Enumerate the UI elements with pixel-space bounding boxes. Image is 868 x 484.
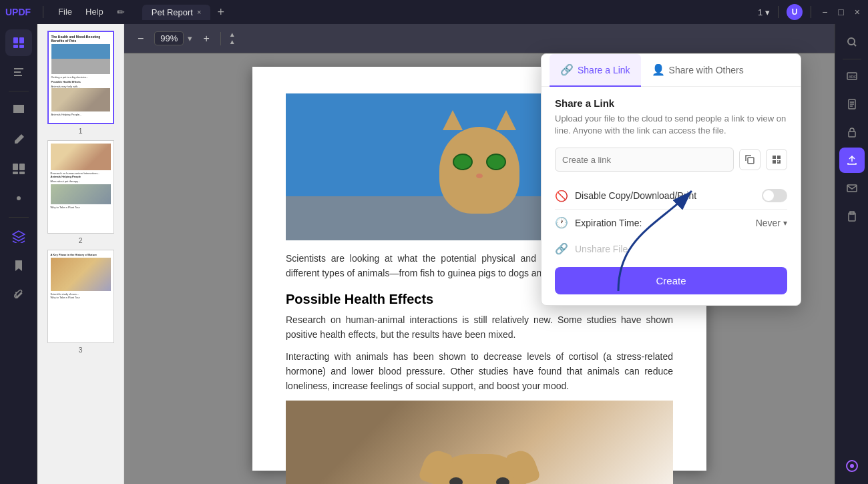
- scroll-up-btn2[interactable]: ▲: [229, 39, 236, 45]
- thumbnail-2[interactable]: Research on human-animal interactions...…: [47, 140, 114, 244]
- share-link-input[interactable]: [555, 148, 734, 172]
- expiry-selector[interactable]: Never ▾: [756, 218, 787, 228]
- app-logo: UPDF: [5, 7, 31, 17]
- menu-help[interactable]: Help: [80, 5, 109, 19]
- svg-rect-14: [779, 160, 781, 164]
- tab-close-btn[interactable]: ×: [197, 8, 201, 16]
- expiry-value-text: Never: [756, 218, 781, 228]
- new-tab-btn[interactable]: +: [213, 5, 228, 19]
- share-tab-others[interactable]: 👤 Share with Others: [641, 54, 754, 87]
- zoom-out-btn[interactable]: −: [135, 30, 146, 47]
- share-tab-link[interactable]: 🔗 Share a Link: [550, 54, 641, 87]
- titlebar-sep3: [811, 6, 811, 18]
- svg-rect-15: [777, 162, 779, 164]
- tab-pet-report[interactable]: Pet Report ×: [142, 5, 211, 20]
- right-clipboard-btn[interactable]: [839, 204, 865, 229]
- sidebar-icon-bookmark[interactable]: [5, 252, 32, 279]
- create-link-btn[interactable]: Create: [555, 267, 787, 294]
- sidebar-icon-text[interactable]: [5, 59, 32, 85]
- disable-copy-toggle[interactable]: [762, 189, 787, 202]
- share-body: Share a Link Upload your file to the clo…: [541, 87, 801, 305]
- right-share-btn[interactable]: [839, 148, 865, 173]
- link-tab-icon: 🔗: [560, 63, 574, 76]
- scroll-btns: ▲ ▲: [229, 31, 236, 45]
- expiry-chevron-icon: ▾: [783, 218, 787, 228]
- disable-copy-label: Disable Copy/Download/Print: [575, 190, 755, 201]
- scroll-up-btn[interactable]: ▲: [229, 31, 236, 38]
- thumb-num-1: 1: [78, 127, 82, 135]
- svg-rect-3: [19, 45, 24, 48]
- sidebar-icon-organize[interactable]: [5, 156, 32, 182]
- thumb-num-3: 3: [78, 346, 82, 354]
- others-tab-icon: 👤: [652, 63, 665, 76]
- right-mail-btn[interactable]: [839, 176, 865, 201]
- zoom-in-btn[interactable]: +: [200, 30, 212, 47]
- svg-rect-10: [773, 156, 776, 159]
- right-bottom-section: [839, 453, 865, 479]
- zoom-value: 99%: [154, 31, 184, 45]
- thumb-img-3: A Key Phase in the History of Nature Sci…: [47, 250, 114, 343]
- right-page-btn[interactable]: [839, 91, 865, 117]
- svg-rect-13: [777, 160, 779, 162]
- tab-label: Pet Report: [152, 7, 193, 17]
- sidebar-icon-pages[interactable]: [5, 29, 32, 56]
- expiry-icon: 🕐: [555, 216, 568, 229]
- svg-rect-1: [19, 37, 24, 43]
- svg-text:abc: abc: [849, 74, 857, 79]
- maximize-btn[interactable]: □: [835, 7, 846, 17]
- copy-link-btn[interactable]: [739, 149, 761, 170]
- menu-edit-icon[interactable]: ✏: [112, 5, 130, 19]
- svg-rect-12: [773, 160, 776, 164]
- sidebar-icon-comment[interactable]: [5, 97, 32, 124]
- share-section-title: Share a Link: [555, 97, 787, 109]
- disable-copy-icon: 🚫: [555, 190, 568, 202]
- share-tab-link-label: Share a Link: [578, 65, 630, 75]
- svg-rect-21: [849, 132, 855, 137]
- menu-file[interactable]: File: [53, 5, 77, 19]
- titlebar-menu: File Help ✏: [53, 5, 130, 19]
- unshare-row: 🔗 Unshare File: [555, 236, 787, 262]
- titlebar-sep1: [43, 6, 43, 18]
- svg-rect-22: [847, 185, 857, 192]
- share-tabs: 🔗 Share a Link 👤 Share with Others: [541, 54, 801, 87]
- thumbnail-3[interactable]: A Key Phase in the History of Nature Sci…: [47, 250, 114, 354]
- share-panel: 🔗 Share a Link 👤 Share with Others Share…: [541, 53, 801, 306]
- expiry-label: Expiration Time:: [575, 218, 749, 228]
- right-ocr-btn[interactable]: abc: [839, 63, 865, 89]
- right-div1: [843, 59, 861, 59]
- svg-rect-11: [777, 156, 781, 159]
- unshare-label: Unshare File: [575, 244, 628, 254]
- share-link-row: [555, 148, 787, 172]
- titlebar-sep2: [778, 6, 779, 18]
- zoom-dropdown-icon[interactable]: ▾: [188, 33, 192, 43]
- minimize-btn[interactable]: −: [819, 7, 830, 17]
- thumb-num-2: 2: [78, 236, 82, 244]
- thumbnail-panel: The Health and Mood-Boosting Benefits of…: [37, 24, 124, 484]
- disable-copy-row: 🚫 Disable Copy/Download/Print: [555, 182, 787, 210]
- zoom-display: 99% ▾: [154, 31, 192, 45]
- sidebar-div2: [9, 217, 29, 218]
- close-btn[interactable]: ×: [852, 7, 863, 17]
- sidebar-icon-tools[interactable]: [5, 185, 32, 212]
- right-lock-btn[interactable]: [839, 119, 865, 145]
- share-tab-others-label: Share with Others: [669, 65, 744, 75]
- sidebar-icon-edit[interactable]: [5, 126, 32, 153]
- svg-rect-2: [13, 45, 18, 48]
- svg-point-17: [848, 38, 855, 45]
- right-search-btn[interactable]: [839, 29, 865, 55]
- sidebar-icon-layers[interactable]: [5, 223, 32, 250]
- user-avatar[interactable]: U: [787, 4, 803, 20]
- toolbar-sep: [220, 32, 221, 45]
- qr-code-btn[interactable]: [766, 149, 787, 170]
- sidebar-div1: [9, 91, 29, 91]
- right-ai-btn[interactable]: [839, 453, 865, 479]
- unshare-icon: 🔗: [555, 242, 568, 255]
- svg-rect-9: [748, 158, 754, 164]
- sidebar-icon-attach[interactable]: [5, 282, 32, 308]
- thumbnail-1[interactable]: The Health and Mood-Boosting Benefits of…: [47, 31, 114, 135]
- svg-rect-6: [13, 172, 18, 174]
- research-text: Research on human-animal interactions is…: [286, 312, 673, 342]
- main-layout: The Health and Mood-Boosting Benefits of…: [0, 24, 868, 484]
- page-dropdown-icon[interactable]: ▾: [765, 7, 770, 17]
- titlebar-controls: 1 ▾ U − □ ×: [758, 4, 863, 20]
